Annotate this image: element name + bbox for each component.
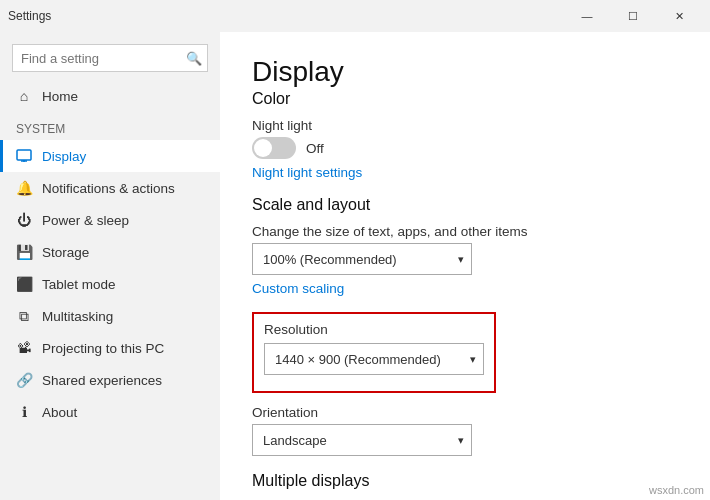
sidebar-item-label-storage: Storage: [42, 245, 89, 260]
home-icon: ⌂: [16, 88, 32, 104]
maximize-button[interactable]: ☐: [610, 0, 656, 32]
sidebar-item-label-tablet: Tablet mode: [42, 277, 116, 292]
about-icon: ℹ: [16, 404, 32, 420]
orientation-select-wrapper: Landscape Portrait Landscape (flipped) P…: [252, 424, 472, 456]
night-light-settings-link[interactable]: Night light settings: [252, 165, 678, 180]
sidebar-item-label-projecting: Projecting to this PC: [42, 341, 164, 356]
toggle-knob: [254, 139, 272, 157]
sidebar-item-label-home: Home: [42, 89, 78, 104]
sidebar-item-label-power: Power & sleep: [42, 213, 129, 228]
sidebar-item-about[interactable]: ℹ About: [0, 396, 220, 428]
night-light-toggle[interactable]: [252, 137, 296, 159]
main-panel: Display Color Night light Off Night ligh…: [220, 32, 710, 500]
search-input[interactable]: [12, 44, 208, 72]
sidebar-section-system: System: [0, 112, 220, 140]
sidebar-item-home[interactable]: ⌂ Home: [0, 80, 220, 112]
tablet-icon: ⬛: [16, 276, 32, 292]
power-icon: ⏻: [16, 212, 32, 228]
color-heading: Color: [252, 90, 678, 108]
scale-label: Change the size of text, apps, and other…: [252, 224, 678, 239]
sidebar-item-multitasking[interactable]: ⧉ Multitasking: [0, 300, 220, 332]
display-icon: [16, 148, 32, 164]
resolution-select-wrapper: 1440 × 900 (Recommended) 1280 × 800 1024…: [264, 343, 484, 375]
search-box: 🔍: [12, 44, 208, 72]
multiple-displays-heading: Multiple displays: [252, 472, 678, 490]
storage-icon: 💾: [16, 244, 32, 260]
night-light-label: Night light: [252, 118, 678, 133]
orientation-label: Orientation: [252, 405, 678, 420]
sidebar: 🔍 ⌂ Home System Display 🔔: [0, 32, 220, 500]
content-area: 🔍 ⌂ Home System Display 🔔: [0, 32, 710, 500]
page-title: Display: [252, 56, 678, 88]
orientation-section: Orientation Landscape Portrait Landscape…: [252, 405, 678, 456]
orientation-select[interactable]: Landscape Portrait Landscape (flipped) P…: [252, 424, 472, 456]
night-light-state: Off: [306, 141, 324, 156]
resolution-select[interactable]: 1440 × 900 (Recommended) 1280 × 800 1024…: [264, 343, 484, 375]
settings-window: Settings — ☐ ✕ 🔍 ⌂ Home System: [0, 0, 710, 500]
color-section: Color Night light Off Night light settin…: [252, 90, 678, 180]
window-title: Settings: [8, 9, 564, 23]
scale-section: Scale and layout Change the size of text…: [252, 196, 678, 296]
resolution-box: Resolution 1440 × 900 (Recommended) 1280…: [252, 312, 496, 393]
projecting-icon: 📽: [16, 340, 32, 356]
sidebar-item-label-shared: Shared experiences: [42, 373, 162, 388]
sidebar-item-notifications[interactable]: 🔔 Notifications & actions: [0, 172, 220, 204]
close-button[interactable]: ✕: [656, 0, 702, 32]
sidebar-item-storage[interactable]: 💾 Storage: [0, 236, 220, 268]
sidebar-item-display[interactable]: Display: [0, 140, 220, 172]
custom-scaling-link[interactable]: Custom scaling: [252, 281, 678, 296]
scale-heading: Scale and layout: [252, 196, 678, 214]
sidebar-item-power[interactable]: ⏻ Power & sleep: [0, 204, 220, 236]
notifications-icon: 🔔: [16, 180, 32, 196]
resolution-label: Resolution: [264, 322, 484, 337]
multitasking-icon: ⧉: [16, 308, 32, 324]
scale-select[interactable]: 100% (Recommended) 125% 150% 175%: [252, 243, 472, 275]
search-icon: 🔍: [186, 51, 202, 66]
shared-icon: 🔗: [16, 372, 32, 388]
titlebar: Settings — ☐ ✕: [0, 0, 710, 32]
svg-rect-0: [17, 150, 31, 160]
scale-select-wrapper: 100% (Recommended) 125% 150% 175% ▾: [252, 243, 472, 275]
watermark: wsxdn.com: [649, 484, 704, 496]
multiple-displays-section: Multiple displays Older displays might n…: [252, 472, 678, 500]
night-light-row: Off: [252, 137, 678, 159]
sidebar-item-label-about: About: [42, 405, 77, 420]
window-controls: — ☐ ✕: [564, 0, 702, 32]
sidebar-item-tablet[interactable]: ⬛ Tablet mode: [0, 268, 220, 300]
sidebar-item-label-display: Display: [42, 149, 86, 164]
sidebar-item-shared[interactable]: 🔗 Shared experiences: [0, 364, 220, 396]
sidebar-item-projecting[interactable]: 📽 Projecting to this PC: [0, 332, 220, 364]
minimize-button[interactable]: —: [564, 0, 610, 32]
sidebar-item-label-notifications: Notifications & actions: [42, 181, 175, 196]
sidebar-item-label-multitasking: Multitasking: [42, 309, 113, 324]
